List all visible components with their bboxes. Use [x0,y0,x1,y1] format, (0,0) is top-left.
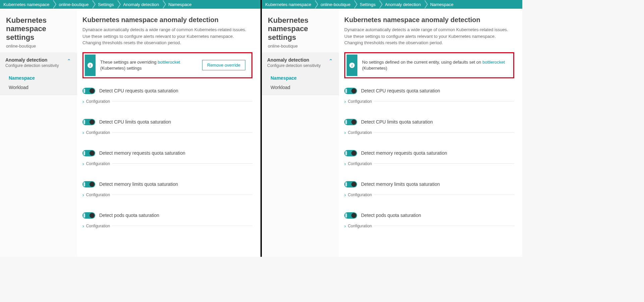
info-text-post: (Kubernetes) [362,66,387,71]
chevron-right-icon: › [344,223,346,229]
breadcrumb-item[interactable]: Namespace [424,0,457,9]
sidebar: Kubernetes namespace settings online-bou… [0,9,77,257]
content-title: Kubernetes namespace anomaly detection [344,16,514,24]
content-description: Dynatrace automatically detects a wide r… [344,26,514,46]
main-content: Kubernetes namespace anomaly detection D… [77,9,260,257]
detection-label: Detect CPU requests quota saturation [99,88,178,93]
toggle-switch[interactable] [344,212,357,219]
remove-override-button[interactable]: Remove override [202,60,245,70]
configuration-expander[interactable]: ›Configuration [82,223,252,229]
detection-label: Detect memory requests quota saturation [99,150,185,156]
toggle-switch[interactable] [82,212,95,219]
panel-right: Kubernetes namespace online-boutique Set… [262,0,522,257]
chevron-right-icon: › [344,130,346,135]
configuration-expander[interactable]: ›Configuration [344,161,514,166]
sidebar-item-namespace[interactable]: Namespace [262,73,339,83]
info-banner: i No settings defined on the current ent… [346,54,512,76]
toggle-switch[interactable] [82,150,95,156]
configuration-label: Configuration [86,224,110,228]
divider-line [374,163,514,164]
chevron-right-icon: › [82,192,84,198]
detection-row: Detect CPU requests quota saturation›Con… [344,88,514,104]
configuration-label: Configuration [348,224,372,228]
breadcrumb-item[interactable]: online-boutique [53,0,92,9]
detection-label: Detect memory limits quota saturation [99,181,178,187]
breadcrumb: Kubernetes namespace online-boutique Set… [262,0,522,9]
breadcrumb-item[interactable]: online-boutique [314,0,354,9]
chevron-right-icon: › [82,130,84,135]
toggle-switch[interactable] [82,119,95,125]
toggle-switch[interactable] [82,88,95,94]
configuration-expander[interactable]: ›Configuration [344,99,514,104]
breadcrumb-item[interactable]: Kubernetes namespace [0,0,53,9]
detection-row: Detect CPU requests quota saturation›Con… [82,88,252,104]
detection-label: Detect CPU limits quota saturation [99,119,171,125]
breadcrumb-item[interactable]: Settings [354,0,379,9]
divider-line [112,132,252,133]
detection-label: Detect CPU requests quota saturation [361,88,440,93]
toggle-switch[interactable] [344,119,357,125]
divider-line [112,195,252,195]
breadcrumb: Kubernetes namespace online-boutique Set… [0,0,260,9]
detection-label: Detect pods quota saturation [361,213,421,218]
chevron-right-icon: › [82,223,84,229]
configuration-expander[interactable]: ›Configuration [344,223,514,229]
detection-label: Detect memory requests quota saturation [361,150,447,156]
divider-line [112,101,252,101]
configuration-label: Configuration [348,130,372,135]
detection-row: Detect memory limits quota saturation›Co… [82,181,252,198]
configuration-expander[interactable]: ›Configuration [82,130,252,135]
split-view: Kubernetes namespace online-boutique Set… [0,0,522,257]
panel-left: Kubernetes namespace online-boutique Set… [0,0,260,257]
configuration-expander[interactable]: ›Configuration [82,99,252,104]
detection-row: Detect CPU limits quota saturation›Confi… [82,119,252,135]
toggle-switch[interactable] [344,181,357,187]
configuration-label: Configuration [348,161,372,166]
detection-row: Detect pods quota saturation›Configurati… [82,212,252,229]
detection-list: Detect CPU requests quota saturation›Con… [82,88,252,229]
configuration-expander[interactable]: ›Configuration [344,130,514,135]
info-glyph: i [349,63,355,68]
divider [262,95,339,95]
breadcrumb-item[interactable]: Kubernetes namespace [262,0,314,9]
chevron-right-icon: › [82,161,84,166]
info-icon: i [347,55,357,76]
chevron-up-icon: ⌃ [67,58,71,64]
info-banner-highlight: i These settings are overriding bottlero… [82,52,252,78]
toggle-switch[interactable] [82,181,95,187]
detection-row: Detect memory requests quota saturation›… [344,150,514,166]
breadcrumb-item[interactable]: Namespace [162,0,195,9]
breadcrumb-item[interactable]: Settings [92,0,117,9]
info-link-bottlerocket[interactable]: bottlerocket [482,60,505,65]
info-text: These settings are overriding bottlerock… [100,59,197,71]
detection-row: Detect CPU limits quota saturation›Confi… [344,119,514,135]
divider-line [112,226,252,226]
configuration-expander[interactable]: ›Configuration [82,161,252,166]
info-text: No settings defined on the current entit… [362,59,507,71]
detection-row: Detect memory limits quota saturation›Co… [344,181,514,198]
configuration-label: Configuration [86,130,110,135]
sidebar-item-workload[interactable]: Workload [0,83,77,92]
info-icon: i [85,55,96,76]
detection-row: Detect memory requests quota saturation›… [82,150,252,166]
configuration-expander[interactable]: ›Configuration [82,192,252,198]
detection-label: Detect pods quota saturation [99,213,159,218]
breadcrumb-item[interactable]: Anomaly detection [117,0,162,9]
breadcrumb-item[interactable]: Anomaly detection [379,0,424,9]
chevron-right-icon: › [82,99,84,104]
sidebar-item-workload[interactable]: Workload [262,83,339,92]
info-link-bottlerocket[interactable]: bottlerocket [158,60,180,65]
sidebar-section-anomaly-detection[interactable]: Anomaly detection Configure detection se… [0,53,77,71]
info-glyph: i [87,63,93,68]
sidebar-item-namespace[interactable]: Namespace [0,73,77,83]
chevron-right-icon: › [344,161,346,166]
sidebar-section-anomaly-detection[interactable]: Anomaly detection Configure detection se… [262,53,339,71]
chevron-up-icon: ⌃ [329,58,333,64]
configuration-expander[interactable]: ›Configuration [344,192,514,198]
toggle-switch[interactable] [344,88,357,94]
detection-list: Detect CPU requests quota saturation›Con… [344,88,514,229]
configuration-label: Configuration [348,193,372,197]
divider-line [374,226,514,226]
info-banner: i These settings are overriding bottlero… [84,54,250,76]
toggle-switch[interactable] [344,150,357,156]
